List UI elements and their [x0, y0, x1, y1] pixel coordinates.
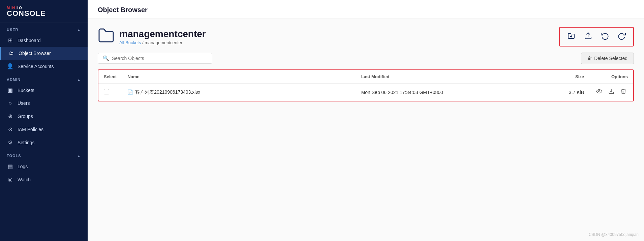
search-icon: 🔍	[103, 55, 109, 61]
bucket-name: managementcenter	[119, 29, 206, 39]
section-tools: TOOLS ▲	[0, 149, 88, 160]
col-header-size: Size	[531, 70, 589, 84]
sidebar: MINIIO CONSOLE USER ▲ ⊞ Dashboard 🗂 Obje…	[0, 0, 88, 241]
file-modified: Mon Sep 06 2021 17:34:03 GMT+0800	[356, 84, 531, 101]
search-box: 🔍	[98, 53, 212, 64]
chevron-up-icon: ▲	[77, 28, 81, 32]
create-folder-button[interactable]	[564, 30, 578, 43]
object-browser-icon: 🗂	[8, 50, 14, 56]
bucket-action-bar	[559, 27, 634, 47]
chevron-up-tools-icon: ▲	[77, 154, 81, 158]
delete-selected-button[interactable]: 🗑 Delete Selected	[581, 53, 634, 64]
dashboard-icon: ⊞	[7, 37, 13, 43]
file-size: 3.7 KiB	[531, 84, 589, 101]
sidebar-item-settings[interactable]: ⚙ Settings	[0, 136, 88, 149]
col-header-select: Select	[98, 70, 122, 84]
file-table-body: 📄客户列表20210906173403.xlsx Mon Sep 06 2021…	[98, 84, 633, 101]
sidebar-item-groups[interactable]: ⊕ Groups	[0, 110, 88, 123]
breadcrumb-link[interactable]: All Buckets	[119, 40, 141, 45]
section-admin: ADMIN ▲	[0, 73, 88, 84]
svg-point-3	[599, 91, 600, 92]
file-table: Select Name Last Modified Size Options 📄…	[98, 70, 633, 101]
bucket-info: managementcenter All Buckets / managemen…	[98, 28, 206, 46]
file-table-container: Select Name Last Modified Size Options 📄…	[98, 69, 634, 101]
buckets-icon: ▣	[7, 87, 13, 93]
delete-row-button[interactable]	[619, 88, 628, 97]
search-row: 🔍 🗑 Delete Selected	[98, 53, 634, 64]
sidebar-item-dashboard[interactable]: ⊞ Dashboard	[0, 34, 88, 47]
sidebar-item-users[interactable]: ○ Users	[0, 97, 88, 110]
sidebar-item-watch[interactable]: ◎ Watch	[0, 173, 88, 186]
rewind-button[interactable]	[598, 30, 612, 43]
groups-icon: ⊕	[7, 113, 13, 119]
bucket-breadcrumb: All Buckets / managementcenter	[119, 40, 206, 45]
watch-icon: ◎	[7, 176, 13, 183]
sidebar-item-iam-policies[interactable]: ⊙ IAM Policies	[0, 123, 88, 136]
bucket-name-block: managementcenter All Buckets / managemen…	[119, 29, 206, 45]
logs-icon: ▤	[7, 163, 13, 170]
service-accounts-icon: 👤	[7, 63, 13, 69]
col-header-options: Options	[589, 70, 633, 84]
chevron-up-admin-icon: ▲	[77, 78, 81, 82]
iam-policies-icon: ⊙	[7, 126, 13, 132]
section-user: USER ▲	[0, 23, 88, 34]
main-content: Object Browser managementcenter All Buck…	[88, 0, 644, 241]
bucket-header: managementcenter All Buckets / managemen…	[98, 27, 634, 47]
watermark: CSDN @34009750qianqian	[589, 232, 639, 237]
page-title: Object Browser	[98, 6, 148, 13]
file-icon: 📄	[127, 89, 133, 95]
page-header: Object Browser	[88, 0, 644, 19]
download-button[interactable]	[607, 88, 616, 97]
logo-console: CONSOLE	[7, 10, 81, 17]
table-row: 📄客户列表20210906173403.xlsx Mon Sep 06 2021…	[98, 84, 633, 101]
users-icon: ○	[7, 100, 13, 106]
upload-button[interactable]	[581, 30, 595, 43]
content-area: managementcenter All Buckets / managemen…	[88, 19, 644, 241]
sidebar-item-logs[interactable]: ▤ Logs	[0, 160, 88, 173]
col-header-name: Name	[122, 70, 356, 84]
row-checkbox[interactable]	[104, 89, 109, 94]
sidebar-logo: MINIIO CONSOLE	[0, 0, 88, 23]
table-header-row: Select Name Last Modified Size Options	[98, 70, 633, 84]
settings-icon: ⚙	[7, 139, 13, 146]
sidebar-item-buckets[interactable]: ▣ Buckets	[0, 84, 88, 97]
file-name: 📄客户列表20210906173403.xlsx	[122, 84, 356, 101]
bucket-folder-icon	[98, 28, 115, 46]
search-input[interactable]	[112, 56, 207, 61]
sidebar-item-service-accounts[interactable]: 👤 Service Accounts	[0, 60, 88, 73]
col-header-modified: Last Modified	[356, 70, 531, 84]
trash-icon: 🗑	[587, 56, 592, 61]
preview-button[interactable]	[595, 88, 604, 97]
sidebar-item-object-browser[interactable]: 🗂 Object Browser	[0, 47, 88, 60]
refresh-button[interactable]	[615, 30, 628, 43]
file-options	[589, 84, 633, 101]
